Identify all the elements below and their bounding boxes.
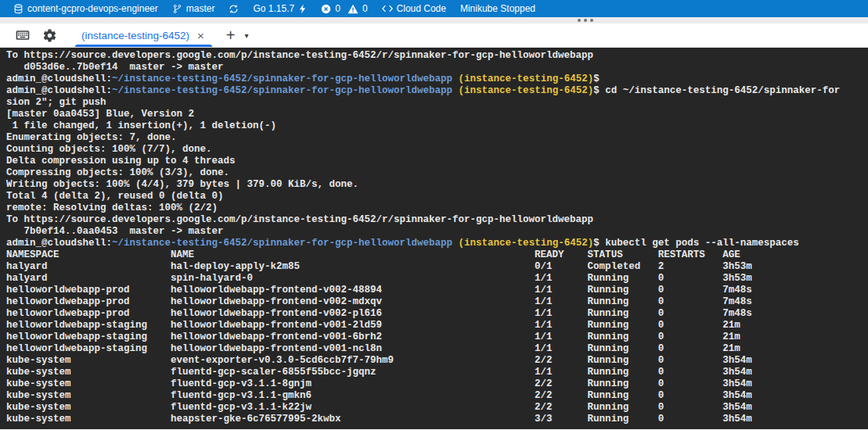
minikube-status-item[interactable]: Minikube Stopped [453,0,542,17]
terminal-panel[interactable]: To https://source.developers.google.com/… [0,48,868,429]
error-count: 0 [335,3,340,14]
git-branch-item[interactable]: master [165,0,222,17]
git-branch-label: master [186,3,215,14]
terminal-tab-label: (instance-testing-6452) [81,30,189,41]
new-terminal-button[interactable]: + [223,27,239,43]
go-version-label: Go 1.15.7 [253,3,294,14]
cloud-code-label: Cloud Code [397,3,446,14]
git-branch-icon [172,4,182,14]
gear-icon[interactable] [39,25,59,45]
terminal-tab[interactable]: (instance-testing-6452) × [74,23,214,47]
remote-workspace-label: content-gcpro-devops-engineer [27,3,158,14]
code-icon [382,4,393,13]
error-icon [321,4,331,14]
cloud-code-item[interactable]: Cloud Code [375,0,453,17]
keyboard-icon[interactable] [13,25,33,45]
panel-resize-strip [0,17,868,23]
git-sync-item[interactable] [222,0,246,17]
panel-resize-handle-icon[interactable] [578,19,593,22]
terminal-tab-bar: (instance-testing-6452) × + ▾ [0,23,868,48]
chevron-down-icon[interactable]: ▾ [243,30,250,41]
warning-icon [348,4,358,14]
database-icon [13,4,23,14]
terminal-output: To https://source.developers.google.com/… [6,50,868,425]
warning-count: 0 [362,3,368,14]
remote-workspace-item[interactable]: content-gcpro-devops-engineer [6,0,165,17]
minikube-status-label: Minikube Stopped [460,3,535,14]
close-icon[interactable]: × [197,30,204,41]
sync-icon [229,4,239,14]
status-bar: content-gcpro-devops-engineer master Go … [0,0,868,17]
problems-item[interactable]: 0 0 [314,0,374,17]
lightning-icon [298,4,307,14]
go-version-item[interactable]: Go 1.15.7 [246,0,314,17]
